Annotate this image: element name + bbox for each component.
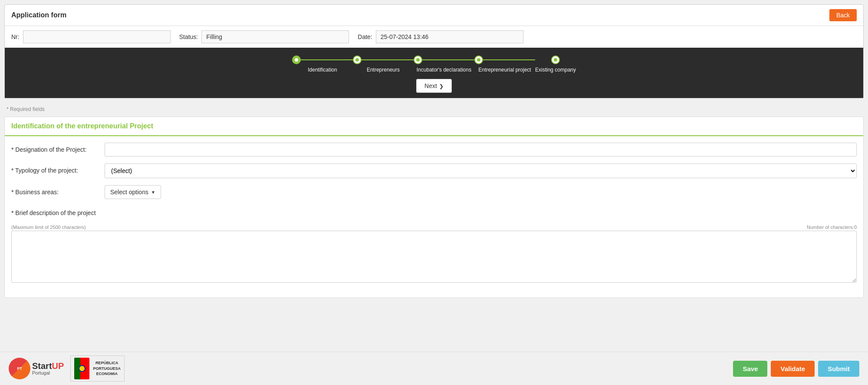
- step-entrepreneurs[interactable]: Entrepreneurs: [353, 55, 414, 73]
- select-options-label: Select options: [110, 189, 148, 196]
- brief-desc-wrapper: (Maximum limit of 2500 characters) Numbe…: [11, 225, 857, 284]
- save-button[interactable]: Save: [733, 361, 767, 377]
- step-incubators-declarations[interactable]: Incubator's declarations: [414, 55, 474, 73]
- nr-label: Nr:: [11, 33, 20, 40]
- step-entrepreneurial-project[interactable]: Entrepreneurial project: [474, 55, 535, 73]
- typology-select[interactable]: (Select): [105, 163, 857, 178]
- logos-section: PT StartUP Portugal REPÚBLICA: [9, 356, 125, 382]
- startup-text: StartUP: [32, 361, 64, 371]
- designation-label: * Designation of the Project:: [11, 143, 98, 153]
- application-form-card: Application form Back Nr: Status: Date:: [4, 4, 864, 98]
- republika-logo: REPÚBLICA PORTUGUESA ECONOMIA: [70, 356, 125, 382]
- step-identification[interactable]: Identification: [292, 55, 353, 73]
- republika-line2: PORTUGUESA: [93, 366, 121, 372]
- republika-line1: REPÚBLICA: [93, 360, 121, 366]
- app-form-header: Application form Back: [5, 5, 863, 26]
- caret-down-icon: ▼: [151, 190, 155, 195]
- brief-desc-hint: (Maximum limit of 2500 characters): [11, 225, 86, 230]
- step-circle-identification: [292, 55, 301, 64]
- step-label-entrepreneurs: Entrepreneurs: [367, 67, 400, 73]
- submit-button[interactable]: Submit: [818, 361, 859, 377]
- step-circle-incubators: [414, 55, 422, 64]
- brief-desc-textarea[interactable]: [11, 231, 857, 283]
- steps-container: Identification Entrepreneurs: [18, 55, 850, 73]
- next-btn-container: Next: [18, 79, 850, 93]
- next-button[interactable]: Next: [416, 79, 452, 93]
- step-circle-entrepreneurs: [353, 55, 362, 64]
- app-form-title: Application form: [11, 11, 66, 19]
- date-input: [376, 30, 523, 43]
- section-body: * Designation of the Project: * Typology…: [5, 136, 863, 297]
- chevron-right-icon: [439, 82, 444, 89]
- status-label: Status:: [179, 33, 198, 40]
- section-title: Identification of the entrepreneurial Pr…: [5, 117, 863, 136]
- step-label-identification: Identification: [308, 67, 337, 73]
- next-label: Next: [424, 82, 437, 89]
- section-card: Identification of the entrepreneurial Pr…: [4, 117, 864, 298]
- back-button[interactable]: Back: [829, 9, 857, 21]
- step-circle-entrepreneurial: [474, 55, 483, 64]
- brief-desc-label: * Brief description of the project: [11, 206, 98, 216]
- business-areas-row: * Business areas: Select options ▼: [11, 185, 857, 199]
- bottom-bar: PT StartUP Portugal REPÚBLICA: [0, 352, 868, 385]
- step-label-incubators: Incubator's declarations: [417, 67, 471, 73]
- step-label-entrepreneurial: Entrepreneurial project: [478, 67, 531, 73]
- validate-button[interactable]: Validate: [771, 361, 815, 377]
- progress-bar-section: Identification Entrepreneurs: [5, 48, 863, 98]
- action-buttons: Save Validate Submit: [733, 361, 859, 377]
- status-group: Status:: [179, 30, 349, 43]
- date-label: Date:: [358, 33, 372, 40]
- brief-desc-row: * Brief description of the project (Maxi…: [11, 206, 857, 284]
- step-existing-company[interactable]: Existing company: [535, 55, 576, 73]
- step-label-existing: Existing company: [535, 67, 576, 73]
- form-meta: Nr: Status: Date:: [5, 26, 863, 48]
- typology-label: * Typology of the project:: [11, 163, 98, 174]
- typology-row: * Typology of the project: (Select): [11, 163, 857, 178]
- startup-portugal-logo: PT StartUP Portugal: [9, 358, 64, 379]
- portugal-text: Portugal: [32, 370, 64, 375]
- republika-line3: ECONOMIA: [93, 371, 121, 377]
- designation-row: * Designation of the Project:: [11, 143, 857, 157]
- step-circle-existing: [551, 55, 560, 64]
- date-group: Date:: [358, 30, 523, 43]
- business-areas-label: * Business areas:: [11, 185, 98, 196]
- business-areas-select-btn[interactable]: Select options ▼: [105, 185, 161, 199]
- designation-input[interactable]: [105, 143, 857, 157]
- status-input: [201, 30, 349, 43]
- char-count-label: Number of characters:0: [807, 225, 857, 230]
- nr-group: Nr:: [11, 30, 171, 43]
- nr-input[interactable]: [23, 30, 171, 43]
- required-note: * Required fields: [0, 103, 868, 114]
